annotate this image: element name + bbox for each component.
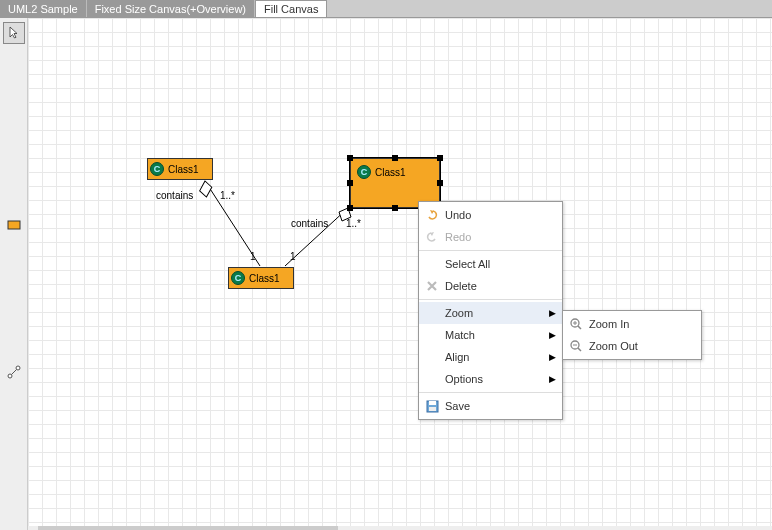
menu-options[interactable]: Options ▶ <box>419 368 562 390</box>
blank-icon <box>423 371 441 387</box>
menu-label: Zoom Out <box>585 340 695 352</box>
save-icon <box>423 398 441 414</box>
menu-delete[interactable]: Delete <box>419 275 562 297</box>
blank-icon <box>423 349 441 365</box>
menu-separator <box>419 250 562 251</box>
resize-handle-nw[interactable] <box>347 155 353 161</box>
horizontal-scrollbar[interactable] <box>28 526 772 530</box>
menu-label: Undo <box>441 209 556 221</box>
menu-separator <box>419 299 562 300</box>
tab-label: Fixed Size Canvas(+Overview) <box>95 3 246 15</box>
menu-label: Zoom In <box>585 318 695 330</box>
edge-mult-target: 1..* <box>346 218 361 229</box>
tab-fixed-canvas[interactable]: Fixed Size Canvas(+Overview) <box>87 0 255 17</box>
menu-separator <box>419 392 562 393</box>
menu-redo[interactable]: Redo <box>419 226 562 248</box>
resize-handle-sw[interactable] <box>347 205 353 211</box>
class-icon: C <box>231 271 245 285</box>
tab-fill-canvas[interactable]: Fill Canvas <box>255 0 327 17</box>
menu-label: Save <box>441 400 556 412</box>
class-label: Class1 <box>168 164 199 175</box>
class-icon-letter: C <box>154 164 161 174</box>
class-tool-icon <box>7 219 21 231</box>
svg-line-12 <box>578 326 581 329</box>
resize-handle-w[interactable] <box>347 180 353 186</box>
menu-label: Match <box>441 329 549 341</box>
class-node[interactable]: C Class1 <box>147 158 213 180</box>
svg-rect-9 <box>429 401 436 405</box>
edge-label-contains: contains <box>156 190 193 201</box>
class-tool[interactable] <box>3 214 25 236</box>
svg-rect-10 <box>429 407 436 411</box>
class-label: Class1 <box>375 165 406 178</box>
svg-line-16 <box>578 348 581 351</box>
submenu-arrow-icon: ▶ <box>549 374 556 384</box>
tab-label: UML2 Sample <box>8 3 78 15</box>
menu-label: Zoom <box>441 307 549 319</box>
scrollbar-thumb[interactable] <box>38 526 338 530</box>
menu-zoom[interactable]: Zoom ▶ <box>419 302 562 324</box>
menu-label: Select All <box>441 258 556 270</box>
connection-tool[interactable] <box>3 361 25 383</box>
submenu-arrow-icon: ▶ <box>549 352 556 362</box>
tab-bar: UML2 Sample Fixed Size Canvas(+Overview)… <box>0 0 772 18</box>
menu-label: Delete <box>441 280 556 292</box>
pointer-tool[interactable] <box>3 22 25 44</box>
undo-icon <box>423 207 441 223</box>
submenu-arrow-icon: ▶ <box>549 308 556 318</box>
svg-rect-0 <box>8 221 20 229</box>
resize-handle-n[interactable] <box>392 155 398 161</box>
class-node[interactable]: C Class1 <box>228 267 294 289</box>
edge-mult-source: 1 <box>290 251 296 262</box>
class-icon-letter: C <box>235 273 242 283</box>
class-icon: C <box>357 165 371 179</box>
canvas-grid <box>28 18 772 530</box>
class-icon-letter: C <box>361 167 368 177</box>
resize-handle-ne[interactable] <box>437 155 443 161</box>
menu-align[interactable]: Align ▶ <box>419 346 562 368</box>
zoom-in-icon <box>567 316 585 332</box>
canvas-container[interactable]: contains 1..* 1 contains 1..* 1 C Class1… <box>28 18 772 530</box>
edge-mult-target: 1..* <box>220 190 235 201</box>
blank-icon <box>423 327 441 343</box>
blank-icon <box>423 256 441 272</box>
connection-tool-icon <box>7 365 21 379</box>
menu-match[interactable]: Match ▶ <box>419 324 562 346</box>
edge-mult-source: 1 <box>250 251 256 262</box>
menu-undo[interactable]: Undo <box>419 204 562 226</box>
context-menu: Undo Redo Select All Delete Zoom ▶ <box>418 201 563 420</box>
redo-icon <box>423 229 441 245</box>
zoom-submenu: Zoom In Zoom Out <box>562 310 702 360</box>
menu-zoom-out[interactable]: Zoom Out <box>563 335 701 357</box>
svg-line-3 <box>11 370 16 375</box>
delete-icon <box>423 278 441 294</box>
class-label: Class1 <box>249 273 280 284</box>
blank-icon <box>423 305 441 321</box>
edge-label-contains: contains <box>291 218 328 229</box>
svg-point-2 <box>16 366 20 370</box>
menu-save[interactable]: Save <box>419 395 562 417</box>
menu-label: Redo <box>441 231 556 243</box>
toolbar <box>0 18 28 530</box>
menu-label: Align <box>441 351 549 363</box>
svg-point-1 <box>8 374 12 378</box>
workspace: contains 1..* 1 contains 1..* 1 C Class1… <box>0 18 772 530</box>
menu-select-all[interactable]: Select All <box>419 253 562 275</box>
zoom-out-icon <box>567 338 585 354</box>
resize-handle-e[interactable] <box>437 180 443 186</box>
tab-uml2-sample[interactable]: UML2 Sample <box>0 0 87 17</box>
resize-handle-s[interactable] <box>392 205 398 211</box>
submenu-arrow-icon: ▶ <box>549 330 556 340</box>
class-icon: C <box>150 162 164 176</box>
tab-label: Fill Canvas <box>264 3 318 15</box>
pointer-icon <box>7 26 21 40</box>
menu-label: Options <box>441 373 549 385</box>
menu-zoom-in[interactable]: Zoom In <box>563 313 701 335</box>
